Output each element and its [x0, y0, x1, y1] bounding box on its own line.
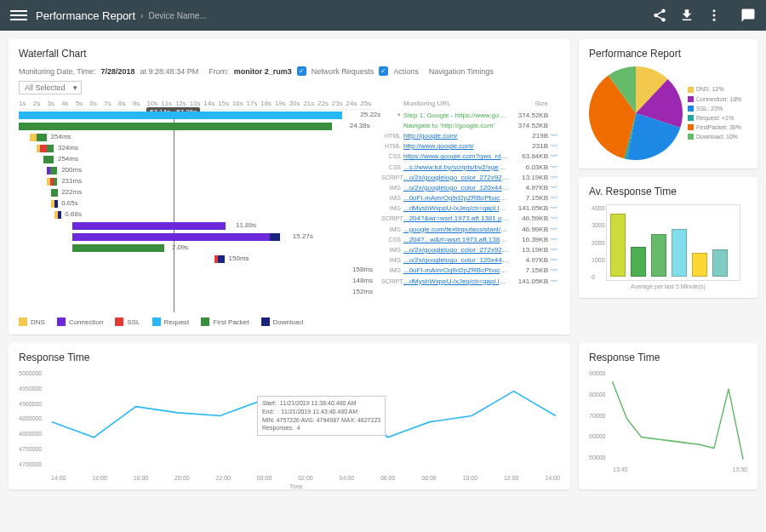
- checkbox-network[interactable]: ✓: [297, 66, 306, 76]
- waterfall-row[interactable]: 0.68s: [19, 210, 374, 220]
- table-row[interactable]: css...204?...w&rt=wsrt.1973.aft.1381.prt…: [381, 234, 560, 244]
- more-icon[interactable]: [706, 8, 722, 23]
- waterfall-legend: DNSConnectionSSLRequestFirst PacketDownl…: [19, 317, 560, 326]
- breadcrumb-sep: ›: [140, 11, 143, 20]
- waterfall-row[interactable]: 254ms: [19, 133, 374, 143]
- response-time-big-card: Response Time Start: 11/21/2019 11:38:40…: [9, 343, 570, 489]
- filter-date-label: Monitoring Date, Time:: [19, 67, 96, 76]
- waterfall-row[interactable]: 15.27s: [19, 232, 374, 243]
- perf-report-title: Performance Report: [589, 48, 747, 60]
- table-row[interactable]: csshttps://www.google.com?gws_rd=ssl63.8…: [381, 152, 560, 162]
- th-size[interactable]: Size: [509, 100, 548, 107]
- waterfall-row[interactable]: 324ms: [19, 144, 374, 154]
- from-value[interactable]: monitor 2_rum3: [234, 67, 292, 76]
- table-row[interactable]: img...o/2x/googlelogo_color_272x92dp.png…: [381, 244, 560, 255]
- rt-small-title: Response Time: [589, 352, 747, 363]
- avg-response-card: Av. Response Time 40003000200010000 Aver…: [579, 177, 757, 298]
- rt-big-xtitle: Time: [289, 483, 302, 489]
- waterfall-card: Waterfall Chart Monitoring Date, Time: 7…: [9, 39, 570, 335]
- avg-rt-bars[interactable]: 40003000200010000: [606, 204, 740, 281]
- table-row[interactable]: script...o/2x/googlelogo_color_272x92dp.…: [381, 172, 560, 182]
- waterfall-row[interactable]: 11.89s: [19, 221, 374, 232]
- avg-rt-title: Av. Response Time: [589, 186, 747, 197]
- response-time-small-card: Response Time 9000080000700006000050000 …: [579, 343, 757, 489]
- pie-legend: DNS: 12%Connection: 18%SSL: 23%Request: …: [688, 84, 741, 141]
- svg-point-0: [713, 9, 716, 12]
- waterfall-row[interactable]: 158ms: [19, 266, 374, 276]
- waterfall-row[interactable]: 222ms: [19, 188, 374, 198]
- top-bar: Performance Report › Device Name...: [0, 0, 766, 31]
- share-icon[interactable]: [652, 8, 667, 23]
- rt-big-title: Response Time: [19, 352, 560, 363]
- waterfall-row[interactable]: 152ms: [19, 288, 374, 298]
- table-row[interactable]: htmlhttp://www.google.com/231B〰: [381, 141, 560, 152]
- table-row[interactable]: img...dMysbWxppU-lxJeq/cb=gapi.loaded_01…: [381, 203, 560, 214]
- waterfall-row[interactable]: 231ms: [19, 177, 374, 187]
- table-row[interactable]: img...google.com/textinputassistant/tia.…: [381, 224, 560, 234]
- from-label: From:: [209, 67, 229, 76]
- table-row[interactable]: script...204?&wr=wsrt.1973.aft.1381.prt.…: [381, 214, 560, 224]
- rt-small-chart[interactable]: 9000080000700006000050000 13:4013:50: [589, 370, 747, 472]
- waterfall-row[interactable]: 7.09s: [19, 243, 374, 254]
- waterfall-chart[interactable]: 1s2s3s4s5s6s7s8s9s10s11s12s13s14s15s16s1…: [19, 100, 374, 311]
- table-row[interactable]: css...s://www.tut.by/scripts/by2/xgemius…: [381, 162, 560, 172]
- svg-point-1: [713, 14, 716, 17]
- pie-chart[interactable]: [589, 66, 683, 160]
- table-row[interactable]: img...o/2x/googlelogo_color_120x44dp.png…: [381, 255, 560, 266]
- table-row[interactable]: img...0oFI-mAmrOg9d2pZRBcPbocbnz6iNg7.15…: [381, 193, 560, 203]
- checkbox-actions[interactable]: ✓: [379, 66, 388, 76]
- rt-big-chart[interactable]: Start: 11/21/2019 11:38:40.480 AM End: 1…: [19, 370, 560, 481]
- avg-rt-xlabel: Average per last 5 Minute(s): [589, 283, 747, 289]
- breadcrumb-device[interactable]: Device Name...: [148, 11, 206, 20]
- waterfall-row[interactable]: 200ms: [19, 166, 374, 176]
- page-title: Performance Report: [36, 9, 135, 22]
- waterfall-row[interactable]: 150ms: [19, 255, 374, 265]
- checkbox-actions-label[interactable]: Actions: [393, 67, 419, 76]
- nav-timings-select[interactable]: All Selected: [19, 81, 82, 94]
- filter-time: at 9:28:48:34 PM: [140, 67, 199, 76]
- table-row[interactable]: Navigate to 'http://google.com'374.52KB: [381, 120, 560, 130]
- waterfall-row[interactable]: 0.65s: [19, 199, 374, 209]
- chat-icon[interactable]: [740, 8, 756, 23]
- th-url[interactable]: Monitoring URL: [403, 100, 509, 107]
- checkbox-network-label[interactable]: Network Requests: [312, 67, 374, 76]
- waterfall-row[interactable]: 254ms: [19, 155, 374, 165]
- table-row[interactable]: img...0oFI-mAmrOg9d2pZRBcPbocbnz6iNg7.15…: [381, 266, 560, 276]
- waterfall-table: Monitoring URL Size ▾Step 1: Google - ht…: [381, 100, 560, 311]
- nav-timings-label: Navigation Timings: [429, 67, 494, 76]
- table-row[interactable]: img...o/2x/googlelogo_color_120x44dp.png…: [381, 182, 560, 192]
- svg-point-2: [713, 19, 716, 21]
- performance-pie-card: Performance Report DNS: 12%Connection: 1…: [579, 39, 757, 169]
- menu-icon[interactable]: [10, 7, 27, 24]
- filter-date[interactable]: 7/28/2018: [101, 67, 135, 76]
- waterfall-title: Waterfall Chart: [19, 48, 560, 60]
- table-row[interactable]: script...dMysbWxppU-lxJeq/cb=gapi.loaded…: [381, 276, 560, 286]
- waterfall-row[interactable]: 25.22s: [19, 111, 374, 121]
- waterfall-row[interactable]: 148ms: [19, 277, 374, 287]
- table-row[interactable]: htmlhttp://google.com/219B〰: [381, 130, 560, 140]
- waterfall-row[interactable]: 24.38s: [19, 122, 374, 132]
- download-icon[interactable]: [679, 8, 695, 23]
- table-row[interactable]: ▾Step 1: Google - https://www.google.com…: [381, 110, 560, 120]
- waterfall-filters: Monitoring Date, Time: 7/28/2018 at 9:28…: [19, 66, 560, 94]
- rt-tooltip: Start: 11/21/2019 11:38:40.480 AM End: 1…: [257, 396, 386, 436]
